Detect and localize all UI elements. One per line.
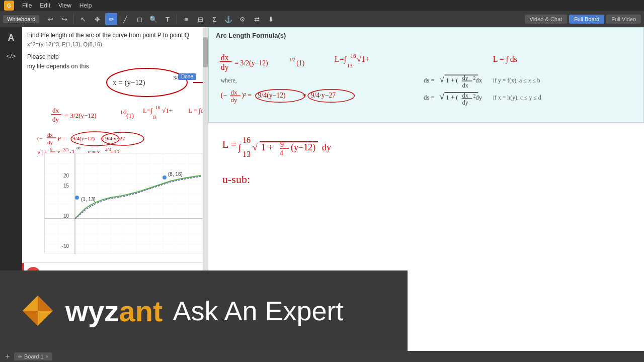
- zoom-tool[interactable]: 🔍: [147, 13, 159, 25]
- svg-text:dy: dy: [231, 97, 237, 104]
- svg-text:ds =: ds =: [424, 94, 435, 101]
- svg-text:dy: dy: [52, 116, 59, 123]
- text-tool[interactable]: T: [162, 13, 174, 25]
- board-tab-icon: ✏: [18, 354, 22, 359]
- svg-text:dx: dx: [462, 92, 468, 99]
- svg-text:1 + (: 1 + (: [446, 94, 458, 101]
- align-left-tool[interactable]: ≡: [180, 13, 192, 25]
- svg-text:dy: dy: [322, 142, 331, 152]
- text-sidebar-button[interactable]: A: [4, 30, 19, 45]
- align-right-tool[interactable]: ⊟: [194, 13, 206, 25]
- svg-text:16: 16: [351, 53, 356, 59]
- toolbar-separator: [73, 14, 74, 24]
- svg-text:dx: dx: [221, 53, 229, 62]
- menu-bar: G File Edit View Help: [0, 0, 644, 11]
- svg-text:dx: dx: [47, 132, 53, 138]
- svg-text:1/2: 1/2: [289, 57, 296, 62]
- svg-text:= 3/2(y−12): = 3/2(y−12): [234, 59, 268, 67]
- svg-text:dx: dx: [231, 89, 237, 96]
- svg-point-44: [75, 196, 79, 200]
- svg-text:1/2: 1/2: [120, 110, 127, 115]
- full-video-button[interactable]: Full Video: [606, 15, 641, 24]
- right-toolbar: Video & Chat Full Board Full Video: [525, 11, 644, 27]
- svg-text:where,: where,: [221, 77, 237, 84]
- svg-text:dx: dx: [52, 107, 59, 114]
- svg-text:15: 15: [63, 183, 69, 189]
- download-tool[interactable]: ⬇: [265, 13, 277, 25]
- menu-view[interactable]: View: [58, 2, 71, 9]
- svg-text:L=∫: L=∫: [335, 55, 347, 64]
- wyzant-banner: wyzant Ask An Expert: [0, 270, 408, 351]
- svg-text:√: √: [440, 74, 445, 84]
- settings-tool[interactable]: ⚙: [236, 13, 249, 25]
- svg-text:(1): (1): [126, 112, 134, 119]
- graph-canvas-area: 20 15 10 -10 (1, 13) (8, 16): [44, 153, 203, 253]
- svg-text:9: 9: [280, 141, 284, 148]
- formula-title: Arc Length Formula(s): [216, 32, 636, 39]
- wyzant-logo: [20, 293, 55, 328]
- svg-text:16: 16: [243, 136, 251, 144]
- svg-text:√1+: √1+: [162, 107, 173, 114]
- svg-text:13: 13: [347, 62, 353, 68]
- pen-tool[interactable]: ✏: [105, 13, 117, 25]
- problem-subtext: x^2=(y-12)^3, P(1,13), Q(8,16): [27, 41, 203, 48]
- anchor-tool[interactable]: ⚓: [222, 13, 234, 25]
- video-chat-button[interactable]: Video & Chat: [525, 15, 568, 24]
- select-tool[interactable]: ↖: [77, 13, 89, 25]
- svg-text:= 3/2(y−12): = 3/2(y−12): [65, 112, 97, 119]
- svg-text:(8, 16): (8, 16): [168, 171, 183, 177]
- svg-text:9/4(y−12): 9/4(y−12): [258, 92, 286, 100]
- board-tab-1[interactable]: ✏ Board 1 ×: [14, 352, 52, 360]
- app-icon: G: [4, 1, 14, 11]
- menu-file[interactable]: File: [22, 2, 32, 9]
- menu-edit[interactable]: Edit: [40, 2, 50, 9]
- line-tool[interactable]: ╱: [119, 13, 131, 25]
- scroll-thumb[interactable]: [203, 37, 208, 67]
- svg-text:9: 9: [50, 147, 53, 152]
- svg-text:dy: dy: [462, 99, 468, 106]
- menu-help[interactable]: Help: [79, 2, 92, 9]
- share-tool[interactable]: ⇄: [251, 13, 263, 25]
- svg-text:dx: dx: [475, 77, 482, 84]
- svg-text:10: 10: [63, 213, 69, 219]
- svg-rect-37: [45, 153, 204, 254]
- formula-svg: dx dy = 3/2(y−12) 1/2 (1) L=∫ 16 13 √1+ …: [216, 42, 636, 123]
- svg-marker-105: [23, 311, 38, 326]
- wyzant-brand-text: wyzant: [65, 294, 163, 328]
- add-board-button[interactable]: +: [3, 352, 12, 361]
- formula-box: Arc Length Formula(s) dx dy = 3/2(y−12) …: [208, 27, 644, 123]
- svg-text:dy: dy: [462, 74, 468, 81]
- svg-text:L =: L =: [222, 139, 236, 150]
- svg-text:-2/3: -2/3: [61, 147, 69, 152]
- wyzant-ant-text: ant: [119, 295, 163, 327]
- sigma-tool[interactable]: Σ: [208, 13, 220, 25]
- move-tool[interactable]: ✥: [91, 13, 103, 25]
- svg-text:(1): (1): [296, 59, 304, 67]
- svg-text:9/4(y−12): 9/4(y−12): [72, 135, 95, 142]
- problem-text: Find the length of the arc of the curve …: [22, 27, 208, 50]
- ask-expert-text: Ask An Expert: [173, 295, 343, 326]
- svg-text:(−: (−: [37, 135, 42, 142]
- code-sidebar-button[interactable]: </>: [4, 48, 19, 63]
- svg-text:√: √: [253, 142, 258, 152]
- graph-svg: 20 15 10 -10 (1, 13) (8, 16): [45, 153, 204, 254]
- eraser-tool[interactable]: ◻: [133, 13, 145, 25]
- svg-text:)² =: )² =: [57, 135, 65, 142]
- board-tab-label: Board 1: [24, 353, 44, 359]
- svg-text:dy: dy: [47, 139, 53, 145]
- svg-text:if x = h(y), c ≤ y ≤ d: if x = h(y), c ≤ y ≤ d: [493, 94, 541, 101]
- svg-text:ds =: ds =: [424, 77, 435, 84]
- wyzant-wyz-text: wyz: [65, 295, 119, 327]
- svg-text:13: 13: [243, 150, 251, 158]
- svg-text:√1+: √1+: [357, 55, 369, 63]
- redo-button[interactable]: ↪: [58, 13, 70, 25]
- undo-button[interactable]: ↩: [44, 13, 56, 25]
- full-board-button[interactable]: Full Board: [569, 15, 604, 24]
- whiteboard-label: Whiteboard: [3, 15, 39, 23]
- svg-text:√: √: [440, 92, 445, 102]
- problem-question: Find the length of the arc of the curve …: [27, 31, 203, 40]
- board-tab-close[interactable]: ×: [46, 354, 49, 359]
- done-tooltip: Done: [178, 73, 196, 80]
- svg-text:x = (y−12): x = (y−12): [113, 78, 145, 87]
- left-math-drawing: x = (y−12) 3/2 dx dy = 3/2(y−12) 1/2 (1)…: [22, 57, 208, 158]
